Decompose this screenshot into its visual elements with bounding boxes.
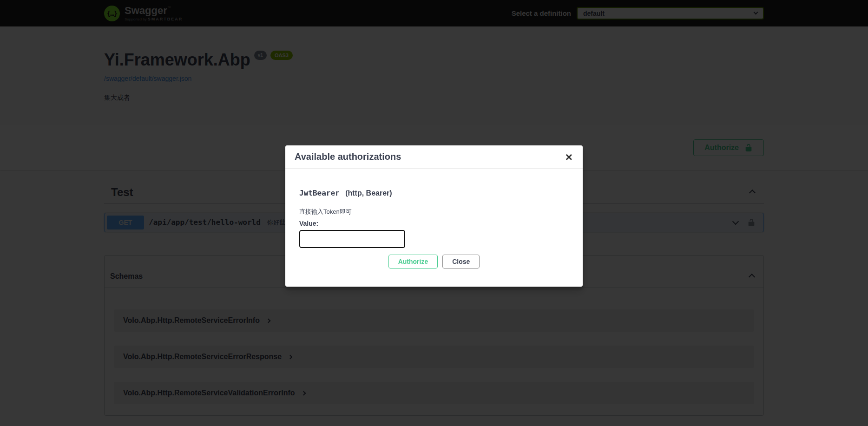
modal-close-button[interactable]: Close — [442, 255, 480, 269]
close-icon[interactable]: × — [565, 152, 573, 162]
token-value-input[interactable] — [299, 230, 405, 248]
auth-scheme-name: JwtBearer — [299, 189, 340, 197]
authorizations-modal: Available authorizations × JwtBearer (ht… — [285, 145, 583, 287]
modal-button-row: Authorize Close — [299, 255, 569, 269]
modal-authorize-button[interactable]: Authorize — [388, 255, 438, 269]
modal-header: Available authorizations × — [285, 145, 583, 169]
auth-scheme-type: (http, Bearer) — [345, 189, 392, 197]
auth-scheme-heading: JwtBearer (http, Bearer) — [299, 189, 569, 197]
modal-title: Available authorizations — [295, 151, 401, 162]
modal-body: JwtBearer (http, Bearer) 直接输入Token即可 Val… — [285, 189, 583, 287]
auth-scheme-description: 直接输入Token即可 — [299, 208, 569, 216]
value-label: Value: — [299, 220, 569, 227]
